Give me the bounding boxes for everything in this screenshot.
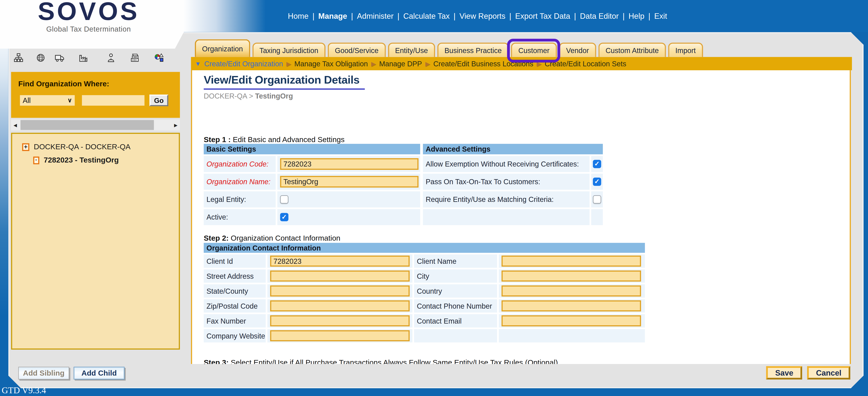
add-sibling-button[interactable]: Add Sibling (18, 367, 69, 380)
crumb-create-edit-organization[interactable]: Create/Edit Organization (204, 59, 283, 68)
nav-separator: | (623, 11, 625, 21)
advanced-settings-header: Advanced Settings (423, 144, 603, 154)
nav-separator: | (509, 11, 511, 21)
require-entity-use-as-matching-criteria-checkbox-cell (591, 191, 603, 207)
require-entity-use-as-matching-criteria-label: Require Entity/Use as Matching Criteria: (423, 191, 589, 207)
tab-customer[interactable]: Customer (511, 42, 557, 57)
organization-name (277, 174, 420, 190)
contact-information-header: Organization Contact Information (204, 243, 645, 253)
contact-phone-number-input[interactable] (502, 300, 641, 311)
nav-item-help[interactable]: Help (628, 11, 645, 21)
crumb-create-edit-business-locations[interactable]: Create/Edit Business Locations (433, 59, 533, 68)
allow-exemption-without-receiving-certificates-checkbox[interactable] (593, 160, 601, 168)
active (277, 209, 420, 225)
tab-organization[interactable]: Organization (195, 39, 250, 57)
crumb-create-edit-location-sets[interactable]: Create/Edit Location Sets (545, 59, 626, 68)
crumb-manage-dpp[interactable]: Manage DPP (379, 59, 422, 68)
organization-code-input[interactable] (280, 158, 418, 170)
pass-on-tax-on-tax-to-customers-checkbox[interactable] (593, 177, 601, 186)
legal-entity-checkbox[interactable] (280, 195, 288, 204)
state-county-input[interactable] (270, 286, 409, 297)
company-website-input[interactable] (270, 330, 409, 341)
person-icon[interactable] (106, 53, 116, 63)
step1-heading: Step 1 : Edit Basic and Advanced Setting… (204, 136, 344, 144)
top-nav: Home|Manage|Administer|Calculate Tax|Vie… (288, 0, 667, 32)
zip-postal-code-input[interactable] (270, 300, 409, 311)
scroll-right-icon[interactable]: ▶ (172, 120, 180, 131)
tab-custom-attribute[interactable]: Custom Attribute (598, 42, 666, 57)
require-entity-use-as-matching-criteria-checkbox[interactable] (593, 195, 601, 204)
organization-filter-select[interactable]: All ∨ (20, 95, 75, 106)
tab-vendor[interactable]: Vendor (559, 42, 596, 57)
contact-email-input[interactable] (502, 316, 641, 327)
zip-postal-code-label: Zip/Postal Code (204, 299, 266, 312)
scrollbar-thumb[interactable] (21, 120, 154, 130)
fax-number-input[interactable] (270, 316, 409, 327)
client-name (499, 255, 645, 268)
crumb-arrow-icon: ▶ (371, 60, 376, 67)
client-name-label: Client Name (414, 255, 497, 268)
custom-attribute-icon[interactable] (154, 53, 164, 63)
register-icon[interactable] (130, 53, 140, 63)
org-hierarchy-icon[interactable] (14, 53, 23, 63)
organization-name-label: Organization Name: (204, 174, 276, 190)
tree-item-label: DOCKER-QA - DOCKER-QA (34, 143, 130, 151)
cancel-button[interactable]: Cancel (807, 366, 850, 380)
step3-clipped-heading: Step 3: Select Entity/Use if All Purchas… (204, 359, 558, 364)
truck-icon[interactable] (55, 53, 64, 63)
nav-item-manage[interactable]: Manage (318, 11, 347, 21)
contact-phone-number (499, 299, 645, 312)
zip-postal-code (267, 299, 412, 312)
version-label: GTD V9.3.4 (2, 386, 46, 395)
page-title: View/Edit Organization Details (204, 73, 365, 90)
organization-path: DOCKER-QA > TestingOrg (204, 92, 293, 100)
find-organization-label: Find Organization Where: (18, 79, 110, 88)
nav-separator: | (454, 11, 456, 21)
organization-code-label: Organization Code: (204, 156, 276, 172)
country-input[interactable] (502, 286, 641, 297)
tree-item-label: 7282023 - TestingOrg (44, 156, 119, 164)
organization-code (277, 156, 420, 172)
chevron-down-icon: ∨ (67, 97, 72, 104)
contact-phone-number-label: Contact Phone Number (414, 299, 497, 312)
crumb-manage-tax-obligation[interactable]: Manage Tax Obligation (294, 59, 368, 68)
add-child-button[interactable]: Add Child (73, 367, 125, 380)
tab-taxing-jurisdiction[interactable]: Taxing Jurisdiction (252, 42, 325, 57)
nav-item-data-editor[interactable]: Data Editor (580, 11, 619, 21)
nav-item-view-reports[interactable]: View Reports (460, 11, 505, 21)
tab-import[interactable]: Import (668, 42, 703, 57)
nav-item-exit[interactable]: Exit (654, 11, 667, 21)
city-input[interactable] (502, 270, 641, 282)
street-address-input[interactable] (270, 270, 409, 282)
tree-item[interactable]: ·7282023 - TestingOrg (33, 156, 179, 164)
tree-item[interactable]: +DOCKER-QA - DOCKER-QA (22, 143, 179, 151)
company-website (267, 329, 412, 342)
nav-item-administer[interactable]: Administer (357, 11, 394, 21)
nav-item-home[interactable]: Home (288, 11, 308, 21)
organization-name-input[interactable] (280, 176, 418, 188)
organization-search-input[interactable] (82, 95, 145, 106)
nav-item-export-tax-data[interactable]: Export Tax Data (515, 11, 570, 21)
client-name-input[interactable] (502, 256, 641, 267)
nav-separator: | (351, 11, 353, 21)
expand-icon[interactable]: + (22, 143, 29, 151)
organization-tree: +DOCKER-QA - DOCKER-QA·7282023 - Testing… (11, 133, 180, 350)
go-button[interactable]: Go (149, 95, 168, 106)
globe-icon[interactable] (36, 53, 45, 63)
crumb-arrow-icon: ▶ (425, 60, 430, 67)
fax-number (267, 314, 412, 327)
factory-icon[interactable] (79, 53, 88, 63)
tab-entity-use[interactable]: Entity/Use (388, 42, 435, 57)
save-button[interactable]: Save (767, 366, 802, 380)
tab-good-service[interactable]: Good/Service (328, 42, 385, 57)
nav-item-calculate-tax[interactable]: Calculate Tax (403, 11, 450, 21)
leaf-icon[interactable]: · (33, 156, 39, 164)
active-checkbox[interactable] (280, 213, 288, 221)
client-id-input[interactable] (270, 256, 409, 267)
tab-business-practice[interactable]: Business Practice (437, 42, 509, 57)
country (499, 285, 645, 298)
sidebar-horizontal-scrollbar[interactable]: ◀ ▶ (11, 120, 180, 131)
org-path-current: TestingOrg (255, 92, 293, 100)
scroll-left-icon[interactable]: ◀ (11, 120, 20, 131)
nav-separator: | (397, 11, 399, 21)
